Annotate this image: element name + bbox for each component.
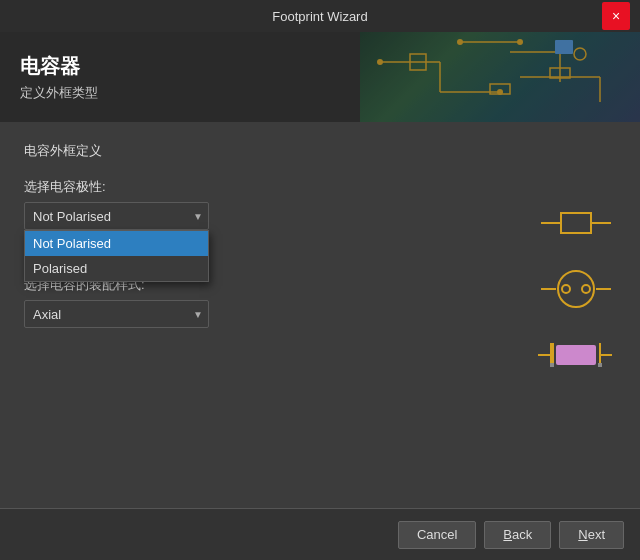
cancel-button[interactable]: Cancel	[398, 521, 476, 549]
pcb-decoration	[360, 32, 640, 122]
svg-point-10	[574, 48, 586, 60]
svg-point-21	[558, 271, 594, 307]
header-subtitle: 定义外框类型	[20, 84, 98, 102]
header-text: 电容器 定义外框类型	[20, 53, 98, 102]
section-title: 电容外框定义	[24, 142, 616, 160]
polarity-label: 选择电容极性:	[24, 178, 486, 196]
axial-cap-icon	[536, 330, 616, 380]
polarity-select-wrapper[interactable]: Not Polarised Polarised ▼ Not Polarised …	[24, 202, 209, 230]
back-button[interactable]: Back	[484, 521, 551, 549]
form-area: 选择电容极性: Not Polarised Polarised ▼ Not Po…	[24, 178, 616, 380]
svg-point-22	[562, 285, 570, 293]
polarised-cap-icon	[536, 264, 616, 314]
next-button[interactable]: Next	[559, 521, 624, 549]
icons-column	[536, 178, 616, 380]
svg-point-23	[582, 285, 590, 293]
svg-point-12	[377, 59, 383, 65]
svg-rect-18	[561, 213, 591, 233]
dropdown-item-polarised[interactable]: Polarised	[25, 256, 208, 281]
polarity-dropdown[interactable]: Not Polarised Polarised	[24, 230, 209, 282]
svg-point-15	[517, 39, 523, 45]
mounting-select[interactable]: Axial Radial	[24, 300, 209, 328]
controls-column: 选择电容极性: Not Polarised Polarised ▼ Not Po…	[24, 178, 486, 342]
header-area: 电容器 定义外框类型	[0, 32, 640, 122]
non-polarised-cap-icon	[536, 198, 616, 248]
title-bar: Footprint Wizard ×	[0, 0, 640, 32]
header-title: 电容器	[20, 53, 98, 80]
pcb-background	[360, 32, 640, 122]
svg-rect-31	[598, 363, 602, 367]
svg-rect-30	[550, 363, 554, 367]
dropdown-item-not-polarised[interactable]: Not Polarised	[25, 231, 208, 256]
main-content: 电容外框定义 选择电容极性: Not Polarised Polarised ▼…	[0, 122, 640, 508]
polarity-select[interactable]: Not Polarised Polarised	[24, 202, 209, 230]
mounting-select-wrapper[interactable]: Axial Radial ▼	[24, 300, 209, 328]
footer: Cancel Back Next	[0, 508, 640, 560]
svg-point-14	[457, 39, 463, 45]
close-button[interactable]: ×	[602, 2, 630, 30]
svg-rect-27	[556, 345, 596, 365]
svg-point-13	[497, 89, 503, 95]
window-title: Footprint Wizard	[38, 9, 602, 24]
svg-rect-16	[555, 40, 573, 54]
